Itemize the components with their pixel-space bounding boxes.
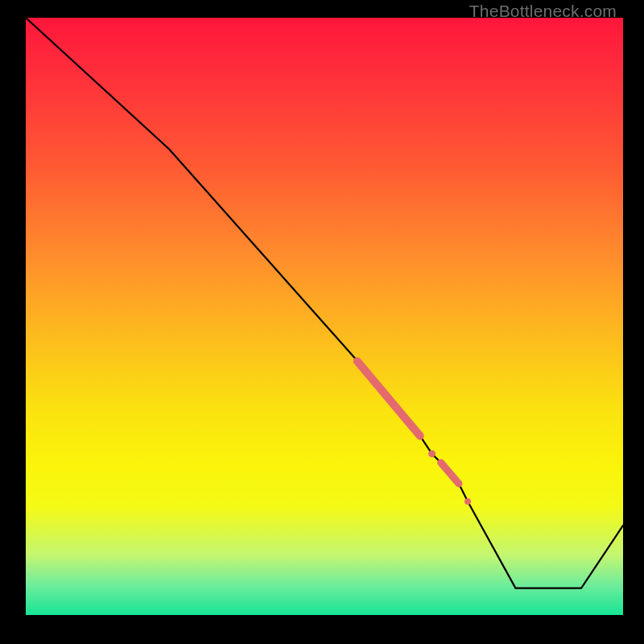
marker-segment xyxy=(357,361,420,436)
marker-dot xyxy=(428,450,436,457)
marker-dot xyxy=(464,498,471,505)
chart-svg xyxy=(26,18,623,615)
bottleneck-curve xyxy=(26,18,623,588)
highlight-markers xyxy=(357,361,471,505)
marker-segment xyxy=(441,463,459,484)
watermark-label: TheBottleneck.com xyxy=(469,2,617,21)
chart-area xyxy=(26,18,623,615)
